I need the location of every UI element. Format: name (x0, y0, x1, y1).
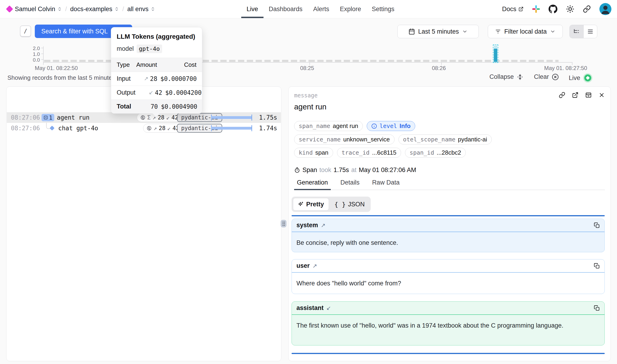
trace-row-agent-run[interactable]: 08:27:06 1 agent run Σ ↗28 ↙42 pydantic-… (7, 112, 281, 123)
direction-arrow: ↗ (321, 222, 326, 229)
docs-link[interactable]: Docs (502, 6, 524, 13)
copy-icon[interactable] (594, 263, 600, 269)
live-toggle[interactable]: Live (569, 73, 592, 82)
trace-list-panel: No older records to load 08:27:06 1 agen… (6, 87, 281, 361)
collapse-button[interactable]: Collapse (489, 73, 524, 80)
tree-view-icon (573, 28, 580, 35)
filter-label: Filter local data (504, 28, 547, 35)
role-label: system (296, 222, 318, 229)
sigma-aggregate: Σ (147, 114, 151, 121)
x-axis-tick: 08:25 (300, 65, 314, 71)
user-avatar[interactable] (599, 3, 611, 15)
logfire-logo-icon[interactable] (6, 5, 13, 13)
pill-span-name[interactable]: span_name agent run (294, 121, 363, 131)
clear-button[interactable]: Clear (534, 73, 559, 80)
tooltip-row-input: Input ↗28 $0.0000700 (111, 72, 202, 86)
tooltip-row-output: Output ↙42 $0.0004200 (111, 86, 202, 100)
token-usage-pill[interactable]: Σ ↗28 ↙42 (137, 113, 182, 122)
nav-tab-explore[interactable]: Explore (334, 0, 367, 18)
tab-raw-data[interactable]: Raw Data (369, 179, 402, 190)
chevrons-up-down-icon (57, 7, 62, 11)
collapse-label: Collapse (489, 73, 514, 80)
time-range-label: Last 5 minutes (418, 28, 459, 35)
trace-time: 08:27:06 (11, 112, 40, 123)
render-mode-toggle: Pretty { } JSON (291, 197, 371, 212)
primary-nav: Live Dashboards Alerts Explore Settings (241, 0, 400, 18)
duration-bar (211, 125, 252, 131)
live-label: Live (569, 74, 580, 82)
role-label: assistant (296, 304, 324, 312)
y-axis-tick: 0.0 (26, 57, 40, 63)
input-tokens: 28 (158, 114, 164, 121)
share-link-icon[interactable] (583, 5, 591, 13)
exchange-separator-bottom (291, 353, 605, 354)
y-axis-tick: 1.0 (26, 51, 40, 57)
span-title: agent run (294, 103, 326, 111)
tooltip-model-row: model gpt-4o (111, 40, 202, 58)
timestamp-value: May 01 08:27:06 AM (359, 167, 416, 174)
external-link-icon (518, 6, 524, 12)
env-name: all envs (127, 6, 149, 13)
time-range-button[interactable]: Last 5 minutes (397, 25, 479, 38)
direction-arrow: ↙ (326, 305, 331, 311)
pill-service-name[interactable]: service_name unknown_service (294, 134, 394, 144)
token-coin-icon (147, 126, 152, 131)
clear-label: Clear (534, 73, 549, 80)
nav-tab-dashboards[interactable]: Dashboards (263, 0, 308, 18)
x-axis-tick: May 01. 08:22:50 (35, 65, 78, 71)
project-name: docs-examples (70, 6, 113, 13)
slack-icon[interactable] (532, 5, 540, 13)
input-tokens: 28 (159, 125, 165, 131)
pill-kind[interactable]: kind span (294, 148, 333, 158)
output-arrow: ↙ (167, 125, 171, 131)
github-icon[interactable] (549, 5, 557, 13)
theme-sun-icon[interactable] (566, 5, 574, 13)
nav-tab-live[interactable]: Live (241, 0, 263, 18)
breadcrumb-separator: / (122, 6, 124, 13)
tree-view-button[interactable] (570, 25, 583, 38)
message-text: The first known use of "hello, world" wa… (292, 315, 604, 336)
detail-panel-actions (559, 92, 605, 98)
nav-tab-alerts[interactable]: Alerts (308, 0, 334, 18)
pill-span-id[interactable]: span_id ...28cbc2 (405, 148, 466, 158)
pill-level[interactable]: level Info (367, 121, 415, 131)
input-arrow: ↗ (144, 76, 148, 82)
collapse-children-badge[interactable]: 1 (41, 114, 54, 121)
project-switcher[interactable]: docs-examples (70, 6, 119, 13)
open-external-icon[interactable] (572, 92, 578, 98)
x-axis-tick: May 01. 08:27:50 (544, 65, 587, 71)
record-count-bar[interactable] (494, 45, 497, 62)
duration-bar (211, 115, 252, 121)
json-toggle-button[interactable]: { } JSON (330, 198, 369, 210)
slash-shortcut-key[interactable]: / (20, 26, 31, 37)
direction-arrow: ↗ (313, 263, 317, 269)
chevron-down-icon (462, 29, 468, 34)
filter-local-data-button[interactable]: Filter local data (488, 25, 563, 38)
docs-label: Docs (502, 6, 516, 13)
trace-row-chat-gpt4o[interactable]: 08:27:06 chat gpt-4o ↗28 ↙42 pydantic-ai… (7, 123, 281, 133)
exchange-separator-top (291, 215, 605, 216)
message-system: system ↗ Be concise, reply with one sent… (291, 219, 605, 252)
y-axis-line (43, 46, 44, 62)
tab-generation[interactable]: Generation (294, 179, 331, 190)
record-kind-label: message (294, 92, 317, 99)
copy-link-icon[interactable] (559, 92, 565, 98)
attribute-pills-row: service_name unknown_service otel_scope_… (294, 134, 492, 144)
nav-tab-settings[interactable]: Settings (367, 0, 400, 18)
list-view-button[interactable] (583, 25, 597, 38)
close-icon[interactable] (598, 92, 605, 98)
message-header: assistant ↙ (292, 302, 604, 315)
model-key: model (117, 45, 134, 52)
pill-otel-scope[interactable]: otel_scope_name pydantic-ai (398, 134, 492, 144)
panel-resize-handle[interactable] (281, 220, 287, 227)
sparkles-icon (298, 201, 304, 207)
pill-trace-id[interactable]: trace_id ...6c8115 (337, 148, 401, 158)
tab-details[interactable]: Details (338, 179, 363, 190)
copy-icon[interactable] (594, 222, 600, 228)
message-assistant: assistant ↙ The first known use of "hell… (291, 301, 605, 345)
pretty-toggle-button[interactable]: Pretty (293, 198, 329, 210)
env-switcher[interactable]: all envs (127, 6, 155, 13)
dock-panel-icon[interactable] (585, 92, 592, 98)
org-switcher[interactable]: Samuel Colvin (15, 6, 62, 13)
copy-icon[interactable] (594, 305, 600, 311)
